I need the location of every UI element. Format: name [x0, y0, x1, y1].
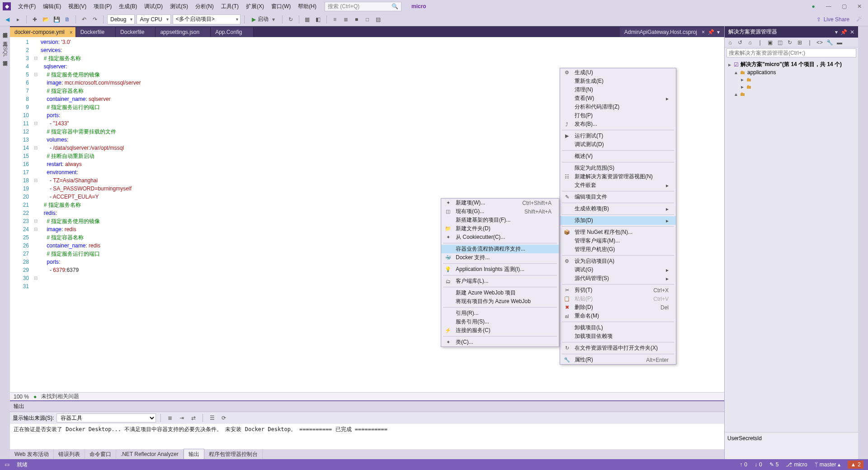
- context-menu-item[interactable]: 打包(P): [560, 111, 676, 120]
- context-menu-item[interactable]: 💡Application Insights 遥测(I)...: [441, 265, 559, 274]
- refresh-tree-icon[interactable]: ↻: [786, 39, 793, 46]
- maximize-icon[interactable]: ▢: [841, 3, 847, 9]
- output-lock-icon[interactable]: ⟳: [219, 413, 228, 423]
- save-all-icon[interactable]: 🗎: [63, 15, 72, 24]
- output-tab[interactable]: 输出: [184, 449, 204, 459]
- config-dropdown[interactable]: Debug: [107, 14, 135, 24]
- account-icon[interactable]: ●: [810, 3, 816, 9]
- output-tab[interactable]: 程序包管理器控制台: [204, 449, 263, 460]
- context-menu-item[interactable]: ◫现有项(G)...Shift+Alt+A: [441, 207, 559, 216]
- save-icon[interactable]: 💾: [52, 15, 61, 24]
- prop-icon[interactable]: ⊞: [796, 39, 803, 46]
- context-menu-item[interactable]: 新建 Azure WebJob 项目: [441, 289, 559, 297]
- context-menu-item[interactable]: ✦类(C)...: [441, 338, 559, 347]
- comment-icon[interactable]: ■: [352, 15, 361, 24]
- tab-close-icon[interactable]: ×: [702, 29, 705, 35]
- context-menu-item[interactable]: 清理(N): [560, 85, 676, 94]
- tool-icon-1[interactable]: ▦: [303, 15, 312, 24]
- git-down[interactable]: ↓ 0: [755, 461, 762, 468]
- context-menu-item[interactable]: 🔧属性(R)Alt+Enter: [560, 356, 676, 364]
- context-menu-item[interactable]: 限定为此范围(S): [560, 164, 676, 172]
- context-menu-item[interactable]: 生成依赖项(B): [560, 204, 676, 213]
- menu-item[interactable]: 编辑(E): [39, 1, 65, 12]
- tab-overflow-icon[interactable]: ▾: [717, 29, 720, 35]
- menu-item[interactable]: 工具(T): [217, 1, 242, 12]
- git-repo[interactable]: ⎇ micro: [786, 461, 807, 468]
- platform-dropdown[interactable]: Any CPU: [137, 14, 170, 24]
- context-menu-item[interactable]: ⚙设为启动项目(A): [560, 257, 676, 266]
- menu-item[interactable]: 分析(N): [192, 1, 217, 12]
- context-menu-item[interactable]: 卸载项目(L): [560, 323, 676, 332]
- context-menu-item[interactable]: 添加(D): [560, 216, 676, 225]
- menu-item[interactable]: 生成(B): [115, 1, 141, 12]
- context-menu-item[interactable]: 📁新建文件夹(D): [441, 224, 559, 233]
- project-context-menu[interactable]: ⚙生成(U)重新生成(E)清理(N)查看(W)分析和代码清理(Z)打包(P)⤴发…: [560, 68, 676, 365]
- git-branch[interactable]: ᛘ master ▴: [815, 461, 841, 468]
- context-menu-item[interactable]: ✦从 Cookiecutter(C)...: [441, 233, 559, 242]
- editor-tab[interactable]: App.Config: [211, 27, 253, 37]
- editor-tab[interactable]: appsettings.json: [156, 27, 211, 37]
- context-menu-item[interactable]: ⚙生成(U): [560, 68, 676, 77]
- git-up[interactable]: ↑ 0: [740, 461, 747, 468]
- context-menu-item[interactable]: ↻在文件资源管理器中打开文件夹(X): [560, 344, 676, 352]
- close-icon[interactable]: ✕: [856, 3, 863, 9]
- output-tab[interactable]: .NET Reflector Analyzer: [116, 450, 184, 459]
- view-code-icon[interactable]: <>: [816, 39, 823, 46]
- editor-tab-right[interactable]: AdminApiGateway.Host.csproj×📌▾: [620, 27, 724, 37]
- menu-item[interactable]: 扩展(X): [242, 1, 268, 12]
- output-toggle-icon[interactable]: ⇄: [189, 413, 198, 423]
- context-menu-item[interactable]: 文件嵌套: [560, 181, 676, 190]
- undo-icon[interactable]: ↶: [80, 15, 89, 24]
- filter-icon[interactable]: ▬: [836, 39, 843, 46]
- add-submenu[interactable]: ✦新建项(W)...Ctrl+Shift+A◫现有项(G)...Shift+Al…: [441, 198, 559, 347]
- context-menu-item[interactable]: 概述(V): [560, 152, 676, 161]
- panel-pin-icon[interactable]: 📌: [840, 29, 847, 35]
- menu-item[interactable]: 文件(F): [14, 1, 39, 12]
- context-menu-item[interactable]: aI重命名(M): [560, 312, 676, 320]
- menu-item[interactable]: 调试(D): [141, 1, 166, 12]
- context-menu-item[interactable]: ▶运行测试(T): [560, 132, 676, 140]
- show-all-icon[interactable]: ◫: [776, 39, 783, 46]
- live-share-button[interactable]: ⇪ Live Share ☄: [816, 16, 865, 23]
- context-menu-item[interactable]: 查看(W): [560, 94, 676, 103]
- new-project-icon[interactable]: ✚: [30, 15, 39, 24]
- output-source-select[interactable]: 容器工具: [57, 413, 156, 423]
- context-menu-item[interactable]: 容器业务流程协调程序支持...: [441, 245, 559, 253]
- tab-pin-icon[interactable]: 📌: [708, 29, 714, 35]
- collapse-icon[interactable]: ▣: [766, 39, 774, 46]
- context-menu-item[interactable]: 📦管理 NuGet 程序包(N)...: [560, 228, 676, 237]
- editor-tab[interactable]: Dockerfile: [76, 27, 116, 37]
- context-menu-item[interactable]: 🐳Docker 支持...: [441, 253, 559, 262]
- menu-item[interactable]: 项目(P): [90, 1, 115, 12]
- menu-item[interactable]: 视图(V): [65, 1, 90, 12]
- context-menu-item[interactable]: 新搭建基架的项目(F)...: [441, 216, 559, 224]
- context-menu-item[interactable]: 引用(R)...: [441, 309, 559, 318]
- context-menu-item[interactable]: 重新生成(E): [560, 77, 676, 85]
- editor-tab[interactable]: docker-compose.yml×: [10, 27, 76, 37]
- git-changes[interactable]: ✎ 5: [769, 461, 779, 468]
- wrench-icon[interactable]: 🔧: [826, 39, 833, 46]
- output-ts-icon[interactable]: ☰: [208, 413, 217, 423]
- start-button[interactable]: ▶启动▾: [248, 15, 278, 23]
- panel-dropdown-icon[interactable]: ▾: [835, 29, 838, 35]
- context-menu-item[interactable]: 源代码管理(S): [560, 274, 676, 283]
- context-menu-item[interactable]: 加载项目依赖项: [560, 332, 676, 341]
- context-menu-item[interactable]: 分析和代码清理(Z): [560, 103, 676, 111]
- context-menu-item[interactable]: ⤴发布(B)...: [560, 120, 676, 128]
- feedback-icon[interactable]: ☄: [857, 16, 862, 23]
- zoom-level[interactable]: 100 %: [14, 394, 29, 400]
- redo-icon[interactable]: ↷: [90, 15, 99, 24]
- editor-tab[interactable]: Dockerfile: [116, 27, 156, 37]
- output-tab[interactable]: 错误列表: [54, 449, 85, 460]
- startup-dropdown[interactable]: <多个启动项目>: [173, 14, 241, 24]
- output-wrap-icon[interactable]: ⇥: [177, 413, 186, 423]
- open-icon[interactable]: 📂: [41, 15, 50, 24]
- output-body[interactable]: 正在验证是否安装了 Docker Desktop... 不满足项目中容器支持的必…: [10, 424, 724, 449]
- context-menu-item[interactable]: ⚡连接的服务(C): [441, 326, 559, 335]
- context-menu-item[interactable]: 将现有项目作为 Azure WebJob: [441, 297, 559, 306]
- context-menu-item[interactable]: ✦新建项(W)...Ctrl+Shift+A: [441, 199, 559, 207]
- outdent-icon[interactable]: ≣: [341, 15, 350, 24]
- context-menu-item[interactable]: ☷新建解决方案资源管理器视图(N): [560, 172, 676, 181]
- menu-item[interactable]: 窗口(W): [268, 1, 294, 12]
- nav-fwd-icon[interactable]: ▸: [14, 15, 23, 24]
